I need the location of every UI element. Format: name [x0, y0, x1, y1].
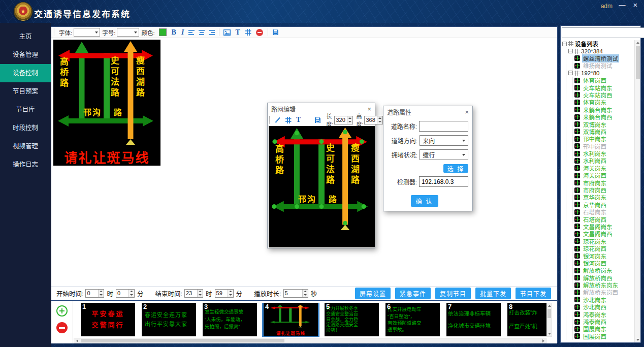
sidebar-item-device-manage[interactable]: 设备管理 — [0, 46, 51, 64]
scroll-up-icon[interactable] — [635, 40, 640, 45]
road-tool-icon[interactable] — [245, 29, 251, 36]
tree-device[interactable]: 沙北岗东 — [574, 296, 634, 303]
batch-send-button[interactable]: 批量下发 — [475, 288, 511, 299]
minimize-button[interactable]: — — [618, 1, 627, 9]
tree-device[interactable]: 来鹤台岗东 — [574, 106, 634, 113]
confirm-button[interactable]: 确 认 — [411, 195, 438, 207]
playlist-item-3[interactable]: 3 发生轻微交通事故“人未伤，车能动，先拍照，后撤离” — [203, 303, 257, 336]
congestion-select[interactable]: 缓行 — [420, 149, 468, 160]
tree-device[interactable]: 市府岗东 — [574, 179, 634, 186]
decrement-button[interactable] — [347, 120, 352, 124]
end-hour-stepper[interactable] — [184, 289, 203, 298]
playlist-item-8[interactable]: 8 打击改装“炸严查严处“机 — [507, 303, 546, 336]
scroll-down-icon[interactable] — [635, 337, 640, 342]
increment-button[interactable] — [303, 290, 308, 294]
tree-device[interactable]: 解放桥东岗东 — [574, 281, 634, 289]
collapse-icon[interactable] — [568, 49, 573, 53]
scroll-left-icon[interactable] — [74, 338, 80, 343]
tree-root[interactable]: 设备列表 — [562, 40, 634, 47]
tree-device[interactable]: 京华岗东 — [574, 194, 634, 201]
road-direction-select[interactable]: 来向 — [420, 135, 468, 146]
sidebar-item-device-control[interactable]: 设备控制 — [0, 64, 51, 82]
program-send-button[interactable]: 节目下发 — [516, 288, 551, 299]
road-label-right[interactable]: 瘦西湖路 — [350, 143, 359, 186]
sidebar-item-program-library[interactable]: 节目库 — [0, 101, 51, 119]
tree-device-selected[interactable]: 螺丝湾桥测试 — [574, 55, 634, 62]
tree-device[interactable]: 来鹤台岗西 — [574, 113, 634, 120]
tree-device[interactable]: 火车站岗西 — [574, 91, 634, 99]
length-input[interactable] — [335, 116, 347, 124]
sidebar-item-time-control[interactable]: 时段控制 — [0, 119, 51, 137]
playlist-item-6[interactable]: 6 扎实开展电动车“百日整治”，有效预防道路交通事故。 — [385, 303, 440, 336]
sidebar-item-home[interactable]: 主页 — [0, 27, 51, 46]
playlist-item-7[interactable]: 7 依法治理非标车辆净化城市交通环境 — [446, 303, 501, 336]
tree-device[interactable]: 文昌阁岗西 — [574, 230, 634, 237]
sidebar-item-video-manage[interactable]: 视频管理 — [0, 137, 51, 155]
tree-device[interactable]: 维扬岗测试 — [574, 62, 634, 69]
end-minute-stepper[interactable] — [215, 289, 234, 298]
tree-device[interactable]: 文昌阁岗东 — [574, 223, 634, 230]
decrement-button[interactable] — [129, 293, 134, 297]
tree-device[interactable]: 银河岗东 — [574, 252, 634, 259]
sidebar-item-operation-log[interactable]: 操作日志 — [0, 155, 51, 174]
tree-device[interactable]: 银河岗西 — [574, 260, 634, 267]
scrollbar-thumb[interactable] — [548, 309, 551, 318]
delete-icon[interactable] — [256, 29, 263, 36]
align-right-icon[interactable] — [209, 29, 215, 35]
playlist-vertical-scrollbar[interactable] — [546, 303, 552, 337]
scrollbar-thumb[interactable] — [636, 46, 640, 79]
tree-device[interactable]: 体育岗东 — [574, 99, 634, 106]
collapse-icon[interactable] — [568, 71, 573, 75]
select-detector-button[interactable]: 选 择 — [443, 164, 468, 173]
road-editor-canvas[interactable]: 高桥路 史可法路 瘦西湖路 邗沟 路 — [269, 126, 375, 247]
duration-stepper[interactable] — [283, 289, 308, 298]
tree-device[interactable]: 海关岗东 — [574, 165, 634, 172]
length-stepper[interactable] — [334, 116, 353, 124]
road-tool-icon[interactable] — [285, 117, 292, 123]
screen-settings-button[interactable]: 屏幕设置 — [355, 288, 391, 299]
tree-device[interactable]: 琼花岗东 — [574, 238, 634, 245]
scroll-up-icon[interactable] — [547, 303, 552, 308]
font-family-select[interactable] — [74, 28, 100, 37]
line-tool-icon[interactable] — [275, 117, 281, 123]
increment-button[interactable] — [198, 290, 203, 294]
tree-device[interactable]: 石塔岗西 — [574, 215, 634, 223]
add-program-button[interactable] — [56, 305, 68, 317]
scrollbar-thumb[interactable] — [81, 339, 284, 342]
tree-device[interactable]: 解放桥东岗西 — [574, 289, 634, 296]
tree-device[interactable]: 火车站岗东 — [574, 84, 634, 91]
decrement-button[interactable] — [99, 293, 104, 297]
collapse-icon[interactable] — [562, 42, 567, 46]
tree-device[interactable]: 鸿泰岗东 — [574, 310, 634, 318]
search-input[interactable] — [562, 27, 644, 38]
increment-button[interactable] — [228, 290, 233, 294]
tree-device[interactable]: 琼花岗西 — [574, 245, 634, 252]
font-size-select[interactable] — [117, 28, 139, 37]
tree-device[interactable]: 沙北岗西 — [574, 303, 634, 310]
tree-device[interactable]: 体育岗西 — [574, 77, 634, 84]
increment-button[interactable] — [129, 290, 134, 294]
road-label-bottom-2[interactable]: 路 — [329, 196, 338, 204]
scroll-down-icon[interactable] — [547, 331, 552, 336]
tree-device[interactable]: 市府岗西 — [574, 186, 634, 194]
text-tool-button[interactable]: T — [296, 116, 301, 123]
road-label-middle[interactable]: 史可法路 — [325, 143, 334, 186]
increment-button[interactable] — [347, 116, 352, 120]
road-segment-middle[interactable] — [318, 139, 325, 208]
align-left-icon[interactable] — [188, 29, 195, 35]
end-hour-input[interactable] — [185, 290, 197, 297]
tree-group-320x384[interactable]: 320*384 — [568, 47, 634, 54]
tree-group-192x80[interactable]: 192*80 — [568, 70, 634, 77]
emergency-event-button[interactable]: 紧急事件 — [395, 288, 431, 299]
start-minute-stepper[interactable] — [116, 289, 135, 298]
decrement-button[interactable] — [198, 293, 203, 297]
playlist-item-4-selected[interactable]: 4 请礼让斑马线 — [264, 303, 318, 336]
tree-device[interactable]: 水利岗西 — [574, 157, 634, 164]
playlist-item-2[interactable]: 2 春运安全连万家出行平安靠大家 — [142, 303, 196, 336]
tree-device[interactable]: 国展岗西 — [574, 333, 634, 340]
height-input[interactable] — [365, 116, 377, 124]
decrement-button[interactable] — [377, 120, 382, 124]
tree-device[interactable]: 海关岗西 — [574, 172, 634, 179]
playlist-item-1[interactable]: 1 平安春运交警同行 — [81, 303, 135, 336]
sidebar-item-program-plan[interactable]: 节目预案 — [0, 82, 51, 101]
